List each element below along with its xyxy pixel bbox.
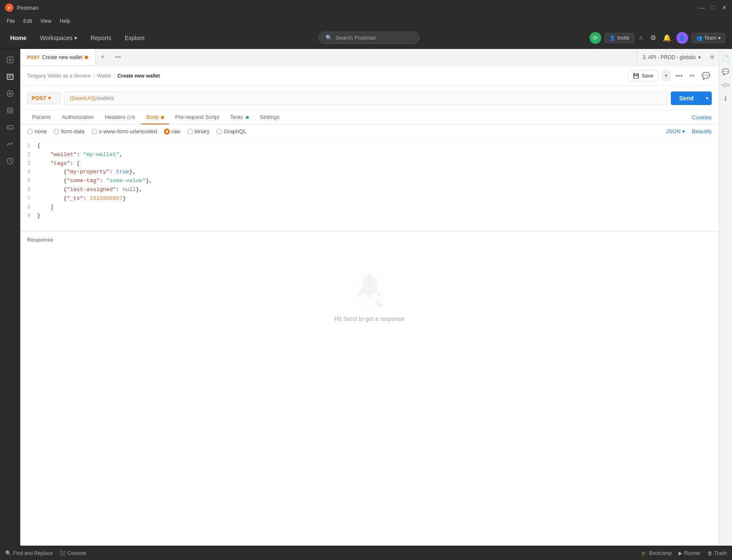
sidebar-item-monitors[interactable] [3, 137, 18, 152]
titlebar-left: P Postman [5, 3, 38, 12]
bell-icon[interactable]: 🔔 [661, 32, 673, 43]
method-selector[interactable]: POST ▾ [27, 92, 61, 104]
url-input[interactable]: {{baseUrl}}/wallets [64, 91, 667, 105]
right-sidebar-docs[interactable]: 📄 [720, 52, 732, 64]
tab-params[interactable]: Params [27, 110, 56, 124]
save-dropdown-button[interactable]: ▾ [662, 70, 670, 81]
right-sidebar-code[interactable]: </> [720, 79, 732, 91]
code-editor[interactable]: 1 { 2 "wallet": "my-wallet", 3 "tags": [… [20, 138, 719, 231]
trash-button[interactable]: 🗑 Trash [708, 550, 727, 556]
body-option-form-data[interactable]: form-data [54, 128, 85, 135]
breadcrumb-part-1[interactable]: Tangany Wallet as a Service [27, 73, 91, 79]
tab-authorization[interactable]: Authorization [57, 110, 99, 124]
sidebar-item-new[interactable] [3, 52, 18, 67]
cookies-button[interactable]: Cookies [692, 111, 712, 124]
bootcamp-button[interactable]: 🎓 Bootcamp [641, 550, 672, 556]
active-tab[interactable]: POST Create new wallet [20, 49, 95, 65]
code-line-1: 1 { [20, 142, 719, 151]
sidebar-item-history[interactable] [3, 153, 18, 169]
tab-modified-dot [85, 56, 88, 59]
avatar[interactable]: 👤 [676, 32, 688, 44]
edit-icon[interactable]: ✏ [688, 70, 697, 81]
nav-workspaces[interactable]: Workspaces ▾ [37, 32, 81, 44]
maximize-button[interactable]: □ [712, 4, 715, 11]
invite-button[interactable]: 👤 Invite [605, 33, 634, 43]
sidebar-item-collections[interactable] [3, 69, 18, 84]
tab-more-button[interactable]: ••• [110, 54, 126, 60]
radio-raw-icon [164, 129, 170, 135]
chevron-down-icon: ▾ [698, 54, 701, 60]
body-option-graphql[interactable]: GraphQL [216, 128, 246, 135]
console-button[interactable]: ⬛ Console [59, 550, 86, 556]
nav-explore[interactable]: Explore [121, 32, 148, 44]
radio-binary-icon [187, 129, 193, 135]
radio-form-data-icon [54, 129, 59, 135]
rocket-illustration [344, 265, 395, 315]
invite-icon: 👤 [609, 35, 616, 41]
search-bar[interactable]: 🔍 Search Postman [318, 32, 420, 44]
nav-home[interactable]: Home [7, 32, 30, 44]
body-options: none form-data x-www-form-urlencoded raw… [20, 125, 719, 138]
code-line-4: 4 {"my-property": true}, [20, 168, 719, 177]
search-placeholder: Search Postman [336, 35, 376, 41]
minimize-button[interactable]: — [699, 4, 705, 11]
eye-button[interactable]: 👁 [706, 54, 719, 61]
svg-text:P: P [8, 6, 11, 10]
json-format-selector[interactable]: JSON ▾ [666, 128, 685, 135]
tab-body[interactable]: Body [141, 110, 169, 124]
beautify-button[interactable]: Beautify [692, 128, 712, 135]
body-option-binary[interactable]: binary [187, 128, 210, 135]
tab-headers[interactable]: Headers (14) [100, 110, 140, 124]
svg-rect-9 [8, 108, 13, 113]
breadcrumb-actions: 💾 Save ▾ ••• ✏ 💬 [627, 70, 712, 81]
svg-point-20 [376, 298, 379, 302]
sub-tabs: Params Authorization Headers (14) Body P… [20, 110, 719, 125]
sidebar-item-environments[interactable] [3, 103, 18, 118]
runner-icon: ▶ [678, 550, 682, 556]
nav-reports[interactable]: Reports [87, 32, 115, 44]
bootcamp-icon: 🎓 [641, 550, 647, 556]
radio-none-icon [27, 129, 33, 135]
settings-icon[interactable]: ⚙ [649, 32, 658, 43]
menu-edit[interactable]: Edit [20, 17, 35, 25]
send-button[interactable]: Send [671, 92, 702, 105]
tab-settings[interactable]: Settings [255, 110, 285, 124]
save-button[interactable]: 💾 Save [627, 70, 659, 81]
code-line-8: 8 ] [20, 203, 719, 212]
body-option-urlencoded[interactable]: x-www-form-urlencoded [92, 128, 157, 135]
fork-icon[interactable]: ⑃ [638, 32, 645, 43]
send-dropdown-button[interactable]: ▾ [702, 92, 712, 105]
menu-view[interactable]: View [37, 17, 55, 25]
tab-tests[interactable]: Tests [225, 110, 254, 124]
env-selector[interactable]: 3. API - PROD - globals ▾ [637, 49, 706, 65]
breadcrumb-current: Create new wallet [118, 73, 160, 79]
more-actions-button[interactable]: ••• [674, 70, 684, 81]
team-button[interactable]: 👥 Team ▾ [692, 33, 725, 43]
chevron-down-icon: ▾ [718, 35, 721, 41]
env-label: 3. API - PROD - globals [643, 54, 696, 60]
url-var: {{baseUrl}} [70, 95, 96, 101]
find-replace-button[interactable]: 🔍 Find and Replace [5, 550, 53, 556]
response-label: Response [27, 237, 712, 243]
svg-point-16 [366, 280, 373, 287]
response-hint: Hit Send to get a response [334, 315, 404, 322]
body-option-none[interactable]: none [27, 128, 47, 135]
app-title: Postman [17, 5, 38, 11]
comment-icon[interactable]: 💬 [700, 70, 712, 81]
chevron-down-icon: ▾ [48, 95, 51, 101]
response-empty-state: Hit Send to get a response [27, 248, 712, 339]
menu-file[interactable]: File [3, 17, 18, 25]
tab-add-button[interactable]: + [95, 53, 110, 62]
body-option-raw[interactable]: raw [164, 128, 180, 135]
close-button[interactable]: ✕ [722, 4, 727, 11]
sidebar-item-apis[interactable] [3, 86, 18, 101]
menu-help[interactable]: Help [57, 17, 74, 25]
right-sidebar-info[interactable]: ℹ [720, 93, 732, 105]
tab-pre-request-script[interactable]: Pre-request Script [170, 110, 224, 124]
breadcrumb-part-2[interactable]: Wallet [97, 73, 111, 79]
trash-icon: 🗑 [708, 550, 713, 556]
right-sidebar-comments[interactable]: 💬 [720, 66, 732, 78]
tab-label: Create new wallet [42, 54, 82, 60]
runner-button[interactable]: ▶ Runner [678, 550, 700, 556]
sidebar-item-mock-servers[interactable] [3, 120, 18, 135]
